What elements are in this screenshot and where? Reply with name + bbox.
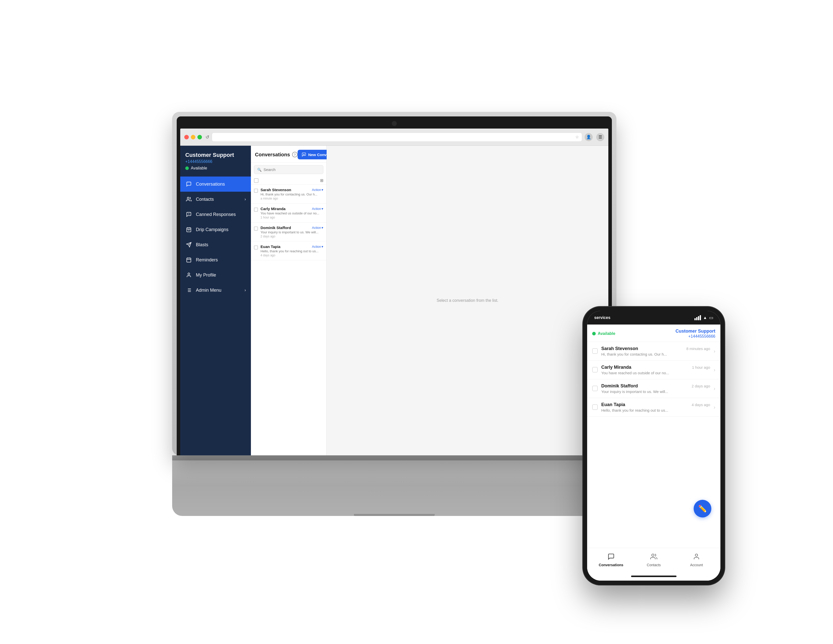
signal-bar-3 [698, 316, 699, 320]
conv-action-3[interactable]: Action ▾ [312, 226, 323, 230]
signal-bar-4 [700, 315, 701, 320]
phone-conv-name-1: Sarah Stevenson [601, 346, 638, 351]
conv-item-4[interactable]: Euan Tapia Action ▾ Hello, thank you for [251, 242, 326, 260]
conv-name-2: Carly Miranda [261, 206, 286, 211]
phone-bottom-nav: Conversations Contacts [587, 548, 720, 572]
phone-nav-conversations[interactable]: Conversations [590, 553, 632, 567]
close-dot[interactable] [184, 135, 189, 139]
phone-company-phone: +14445556666 [675, 334, 716, 339]
phone-conv-time-4: 4 days ago [691, 402, 710, 407]
account-icon[interactable]: 👤 [585, 133, 593, 141]
conv-info-3: Dominik Stafford Action ▾ Your inquiry i… [261, 225, 323, 238]
laptop-bottom [172, 456, 616, 516]
help-icon[interactable]: ? [292, 152, 298, 157]
app-container: Customer Support +14445556666 Available [180, 146, 608, 456]
sidebar-phone: +14445556666 [185, 159, 246, 164]
phone-conv-item-2[interactable]: Carly Miranda 1 hour ago You have reache… [587, 361, 720, 379]
conv-detail-panel: Select a conversation from the list. [326, 146, 608, 456]
phone-conv-item-4[interactable]: Euan Tapia 4 days ago Hello, thank you f… [587, 398, 720, 417]
profile-icon [185, 272, 192, 279]
blasts-icon [185, 241, 192, 248]
conv-preview-1: Hi, thank you for contacting us. Our h..… [261, 192, 323, 196]
phone-check-3[interactable] [592, 386, 598, 391]
conv-action-2[interactable]: Action ▾ [312, 207, 323, 211]
search-bar[interactable]: 🔍 [254, 165, 323, 174]
home-indicator-bar [631, 576, 677, 577]
wifi-icon: ▲ [703, 316, 707, 320]
phone-conv-info-4: Euan Tapia 4 days ago Hello, thank you f… [601, 402, 710, 412]
phone-conv-name-2: Carly Miranda [601, 365, 631, 370]
phone-app: Available Customer Support +14445556666 … [587, 325, 720, 581]
sidebar-admin-label: Admin Menu [196, 288, 241, 293]
sidebar-item-reminders[interactable]: Reminders [180, 252, 251, 267]
phone-nav-account-label: Account [690, 563, 703, 567]
conv-action-1[interactable]: Action ▾ [312, 188, 323, 192]
phone-nav-conversations-icon [608, 553, 615, 562]
search-input[interactable] [264, 167, 320, 172]
url-input[interactable] [215, 133, 573, 142]
phone-check-1[interactable] [592, 348, 598, 354]
phone-company-name: Customer Support [675, 328, 716, 334]
svg-point-20 [652, 554, 654, 556]
url-bar[interactable]: ☆ [212, 133, 582, 142]
conv-check-4[interactable] [254, 245, 258, 250]
menu-icon[interactable]: ☰ [596, 133, 604, 141]
camera-bar [180, 120, 608, 127]
admin-chevron: › [244, 288, 246, 293]
minimize-dot[interactable] [191, 135, 195, 139]
view-toggle-icon[interactable]: ⊞ [320, 178, 323, 183]
conv-action-4[interactable]: Action ▾ [312, 245, 323, 248]
phone-available-text: Available [598, 331, 616, 336]
sidebar-item-blasts[interactable]: Blasts [180, 237, 251, 252]
phone-conv-item-1[interactable]: Sarah Stevenson 8 minutes ago Hi, thank … [587, 342, 720, 361]
svg-point-0 [187, 197, 189, 199]
conv-name-3: Dominik Stafford [261, 225, 291, 230]
select-all-checkbox[interactable] [254, 178, 259, 183]
phone-home-indicator [587, 572, 720, 581]
sidebar-conversations-label: Conversations [196, 182, 246, 187]
conv-item-1[interactable]: Sarah Stevenson Action ▾ Hi, thank you f… [251, 185, 326, 204]
svg-point-11 [188, 273, 190, 275]
phone-check-4[interactable] [592, 404, 598, 410]
phone: services ▲ ▭ [583, 307, 724, 584]
phone-fab-button[interactable]: ✏️ [694, 500, 711, 517]
star-icon[interactable]: ☆ [575, 135, 579, 139]
phone-nav-account[interactable]: Account [675, 553, 718, 567]
browser-chrome: ↺ ☆ 👤 ☰ [180, 129, 608, 146]
maximize-dot[interactable] [198, 135, 202, 139]
browser-actions: 👤 ☰ [585, 133, 604, 141]
sidebar-item-contacts[interactable]: Contacts › [180, 192, 251, 207]
sidebar-item-admin-menu[interactable]: Admin Menu › [180, 283, 251, 298]
conv-check-1[interactable] [254, 188, 258, 193]
phone-nav-conversations-label: Conversations [599, 563, 623, 567]
refresh-icon[interactable]: ↺ [206, 134, 209, 140]
sidebar-item-canned-responses[interactable]: Canned Responses [180, 207, 251, 222]
phone-check-2[interactable] [592, 367, 598, 372]
fab-pencil-icon: ✏️ [698, 505, 707, 513]
sidebar-item-conversations[interactable]: Conversations [180, 177, 251, 192]
phone-app-header: Available Customer Support +14445556666 [587, 325, 720, 342]
battery-icon: ▭ [709, 315, 713, 320]
status-dot [185, 166, 189, 170]
sidebar-item-drip-campaigns[interactable]: Drip Campaigns [180, 222, 251, 237]
phone-nav-contacts-icon [650, 553, 657, 562]
phone-arrow-3: › [714, 386, 716, 391]
laptop-bottom-bar [354, 514, 435, 516]
phone-conv-item-3[interactable]: Dominik Stafford 2 days ago Your inquiry… [587, 379, 720, 398]
conv-item-2[interactable]: Carly Miranda Action ▾ You have reached … [251, 204, 326, 222]
conv-time-1: a minute ago [261, 197, 323, 200]
phone-status-dot [592, 332, 596, 335]
sidebar-company: Customer Support [185, 152, 246, 158]
conv-check-2[interactable] [254, 208, 258, 212]
phone-carrier: services [594, 316, 610, 320]
browser-dots [184, 135, 202, 139]
conv-list: Sarah Stevenson Action ▾ Hi, thank you f… [251, 185, 326, 456]
phone-conv-preview-3: Your inquiry is important to us. We will… [601, 390, 710, 394]
svg-point-21 [695, 554, 698, 556]
conv-check-3[interactable] [254, 227, 258, 230]
sidebar-status: Available [185, 166, 246, 171]
conv-info-1: Sarah Stevenson Action ▾ Hi, thank you f… [261, 188, 323, 200]
sidebar-item-my-profile[interactable]: My Profile [180, 267, 251, 283]
conv-item-3[interactable]: Dominik Stafford Action ▾ Your inquiry i… [251, 222, 326, 242]
phone-nav-contacts[interactable]: Contacts [632, 553, 675, 567]
